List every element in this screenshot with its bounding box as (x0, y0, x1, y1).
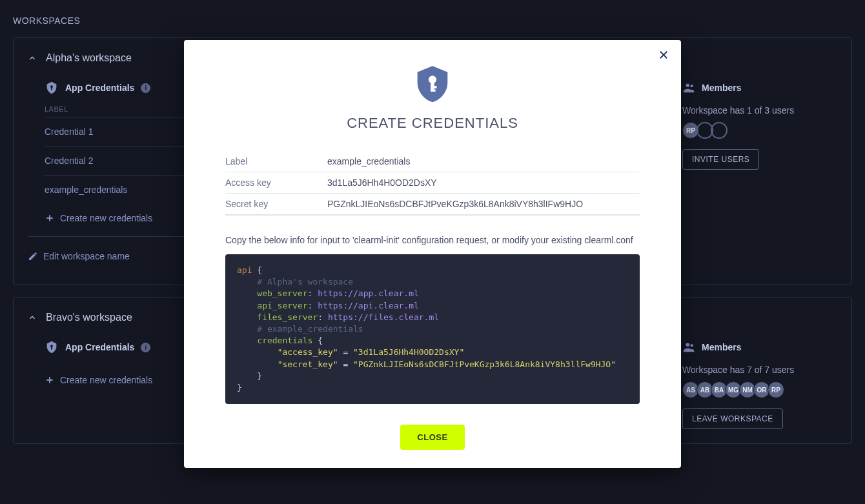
detail-row-secret-key: Secret key PGZnkLJIEoNs6sDCBFJtPveKGzp3k… (225, 194, 640, 215)
member-avatars: AS AB BA MG NM OR RP (682, 381, 837, 398)
create-credentials-label: Create new credentials (60, 375, 152, 385)
detail-value: example_credentials (327, 156, 410, 166)
modal-title: CREATE CREDENTIALS (347, 115, 518, 132)
svg-rect-1 (51, 87, 52, 90)
svg-point-10 (686, 343, 690, 347)
detail-value: 3d1La5J6Hh4H0OD2DsXY (327, 177, 437, 188)
svg-rect-16 (431, 86, 436, 88)
detail-label: Label (225, 156, 327, 166)
detail-value: PGZnkLJIEoNs6sDCBFJtPveKGzp3k6L8Ank8iVY8… (327, 199, 583, 209)
members-count: Workspace has 7 of 7 users (682, 365, 837, 375)
detail-row-access-key: Access key 3d1La5J6Hh4H0OD2DsXY (225, 172, 640, 194)
plus-icon (45, 213, 55, 223)
page-title: WORKSPACES (0, 0, 865, 26)
close-button[interactable]: CLOSE (400, 425, 464, 450)
svg-point-11 (691, 344, 693, 347)
app-credentials-title: App Credentials (65, 83, 134, 93)
avatar-empty (711, 122, 728, 139)
svg-rect-17 (431, 90, 435, 92)
info-icon[interactable]: i (141, 83, 150, 93)
workspace-name: Bravo's workspace (46, 312, 132, 323)
create-credentials-label: Create new credentials (60, 213, 152, 223)
chevron-up-icon (28, 54, 37, 63)
members-count: Workspace has 1 of 3 users (682, 105, 837, 116)
close-icon[interactable] (658, 49, 669, 63)
copy-note: Copy the below info for input to 'clearm… (184, 227, 681, 254)
member-avatars: RP (682, 122, 837, 139)
chevron-up-icon (28, 313, 37, 322)
group-icon (682, 340, 697, 354)
svg-point-4 (686, 84, 690, 88)
detail-label: Access key (225, 177, 327, 188)
members-title: Members (702, 83, 741, 93)
edit-workspace-label: Edit workspace name (43, 251, 130, 261)
info-icon[interactable]: i (141, 343, 150, 352)
leave-workspace-button[interactable]: LEAVE WORKSPACE (682, 408, 783, 429)
app-credentials-title: App Credentials (65, 342, 134, 352)
shield-icon (45, 81, 59, 95)
svg-rect-7 (51, 347, 52, 350)
pencil-icon (28, 251, 38, 261)
workspace-name: Alpha's workspace (46, 52, 132, 64)
detail-label: Secret key (225, 199, 327, 209)
config-code-block[interactable]: api { # Alpha's workspace web_server: ht… (225, 254, 640, 404)
shield-key-icon (414, 65, 451, 105)
avatar: RP (768, 381, 784, 398)
group-icon (682, 81, 697, 95)
create-credentials-modal: CREATE CREDENTIALS Label example_credent… (184, 40, 681, 468)
members-title: Members (702, 342, 741, 352)
detail-row-label: Label example_credentials (225, 151, 640, 172)
shield-icon (45, 340, 59, 354)
plus-icon (45, 375, 55, 385)
svg-point-5 (691, 85, 693, 87)
invite-users-button[interactable]: INVITE USERS (682, 149, 759, 170)
